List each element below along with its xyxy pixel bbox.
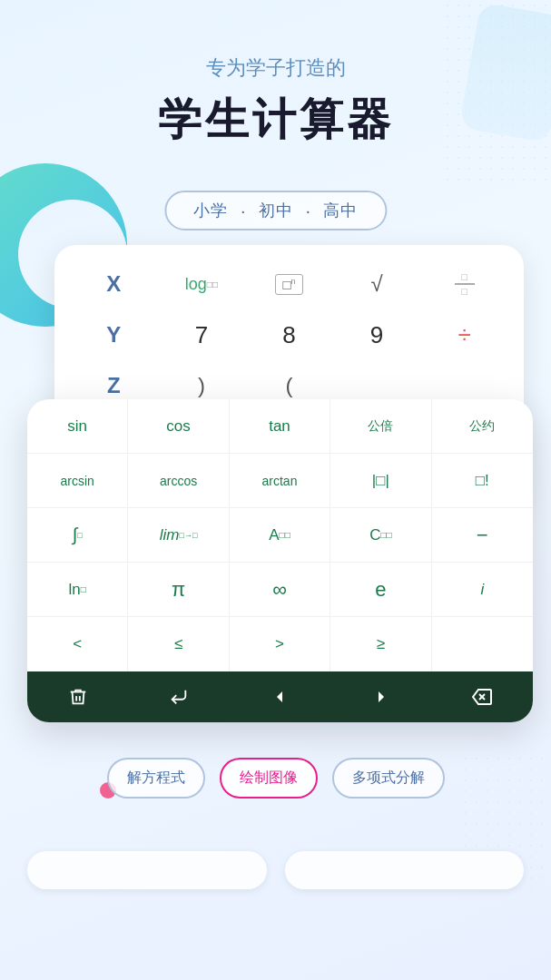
key-geq[interactable]: ≥: [330, 617, 431, 671]
dot-sep-1: ·: [241, 201, 246, 221]
dot-sep-2: ·: [306, 201, 311, 221]
svg-marker-0: [277, 691, 282, 702]
calc-9[interactable]: 9: [334, 310, 420, 359]
key-gongyue[interactable]: 公约: [432, 399, 533, 454]
level-middle: 初中: [259, 200, 293, 221]
key-pi[interactable]: π: [128, 563, 229, 617]
level-pill: 小学 · 初中 · 高中: [164, 191, 387, 230]
key-arctan[interactable]: arctan: [230, 454, 330, 508]
calc-var-y[interactable]: Y: [71, 310, 157, 359]
key-ln[interactable]: ln□: [27, 563, 128, 617]
calc-7[interactable]: 7: [159, 310, 245, 359]
btn-solve-equation[interactable]: 解方程式: [107, 758, 205, 799]
calc-8[interactable]: 8: [246, 310, 332, 359]
key-sin[interactable]: sin: [27, 399, 128, 454]
bottom-pills: 解方程式 绘制图像 多项式分解: [0, 758, 551, 799]
toolbar-enter[interactable]: [128, 671, 229, 722]
btn-polynomial[interactable]: 多项式分解: [332, 758, 445, 799]
level-elementary: 小学: [193, 200, 228, 221]
key-arcsin[interactable]: arcsin: [27, 454, 128, 508]
key-minus[interactable]: −: [432, 508, 533, 563]
bottom-bars: [27, 851, 524, 889]
calc-frac[interactable]: □ □: [421, 260, 507, 309]
key-abs[interactable]: |□|: [330, 454, 431, 508]
key-empty: [432, 617, 533, 671]
bottom-bar-left[interactable]: [27, 851, 267, 889]
key-cos[interactable]: cos: [128, 399, 229, 454]
bottom-bar-right[interactable]: [285, 851, 525, 889]
key-lim[interactable]: lim□→□: [128, 508, 229, 563]
main-title: 学生计算器: [0, 91, 551, 149]
key-less[interactable]: <: [27, 617, 128, 671]
calc-log[interactable]: log□□: [159, 260, 245, 309]
toolbar-left[interactable]: [230, 671, 330, 722]
btn-draw-graph[interactable]: 绘制图像: [220, 758, 318, 799]
key-infinity[interactable]: ∞: [230, 563, 330, 617]
level-high: 高中: [323, 200, 358, 221]
toolbar-backspace[interactable]: [432, 671, 533, 722]
calc-bg-grid: X log□□ □n √ □ □ Y 7 8 9 ÷ Z ) (: [64, 260, 515, 410]
keyboard-card: sin cos tan 公倍 公约 arcsin arccos arctan |…: [27, 399, 533, 722]
key-integral[interactable]: ∫□: [27, 508, 128, 563]
key-imaginary[interactable]: i: [432, 563, 533, 617]
key-combination-a[interactable]: A□□: [230, 508, 330, 563]
key-leq[interactable]: ≤: [128, 617, 229, 671]
header: 专为学子打造的 学生计算器: [0, 54, 551, 149]
key-arccos[interactable]: arccos: [128, 454, 229, 508]
key-combination-c[interactable]: C□□: [330, 508, 431, 563]
calc-sqrt[interactable]: √: [334, 260, 420, 309]
toolbar-right[interactable]: [330, 671, 431, 722]
calc-var-x[interactable]: X: [71, 260, 157, 309]
keyboard-toolbar: [27, 671, 533, 722]
keyboard-grid: sin cos tan 公倍 公约 arcsin arccos arctan |…: [27, 399, 533, 671]
key-factorial[interactable]: □!: [432, 454, 533, 508]
calc-power[interactable]: □n: [246, 260, 332, 309]
key-tan[interactable]: tan: [230, 399, 330, 454]
key-euler[interactable]: e: [330, 563, 431, 617]
key-gongbei[interactable]: 公倍: [330, 399, 431, 454]
key-greater[interactable]: >: [230, 617, 330, 671]
toolbar-delete-all[interactable]: [27, 671, 128, 722]
subtitle: 专为学子打造的: [0, 54, 551, 82]
svg-marker-1: [379, 691, 384, 702]
level-bar: 小学 · 初中 · 高中: [164, 191, 387, 230]
calc-div[interactable]: ÷: [421, 310, 507, 359]
